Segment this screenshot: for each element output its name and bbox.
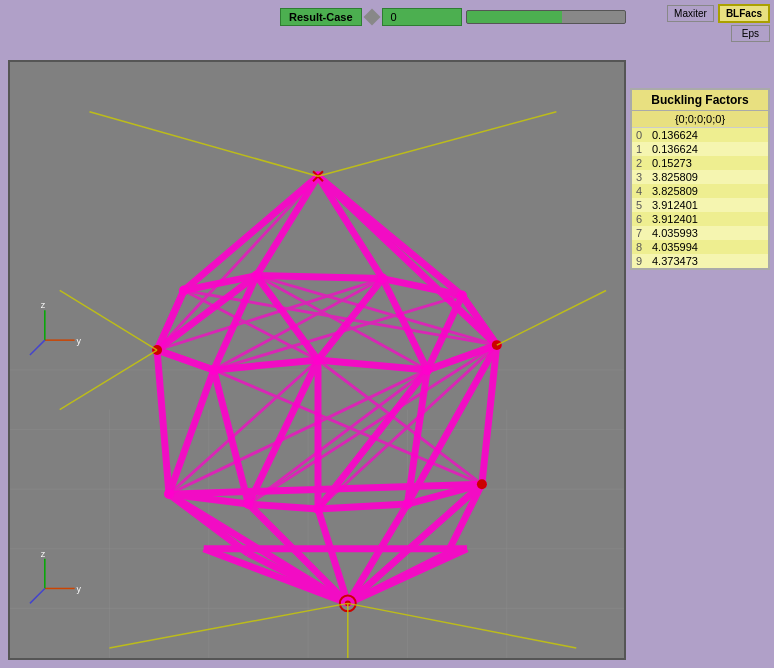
row-index: 9 [636, 255, 652, 267]
row-index: 7 [636, 227, 652, 239]
svg-line-17 [256, 276, 382, 279]
row-index: 4 [636, 185, 652, 197]
right-buttons-panel: Maxiter BLFacs Eps [663, 0, 774, 46]
row-value: 0.136624 [652, 129, 764, 141]
buckling-title: Buckling Factors [632, 90, 768, 111]
eps-button[interactable]: Eps [731, 25, 770, 42]
row-value: 0.136624 [652, 143, 764, 155]
row-index: 3 [636, 171, 652, 183]
svg-point-80 [457, 290, 467, 300]
toolbar: Result-Case 0 [0, 0, 774, 48]
svg-point-87 [243, 499, 253, 509]
top-right-row: Maxiter BLFacs [667, 4, 770, 23]
buckling-rows-container: 00.13662410.13662420.1527333.82580943.82… [632, 128, 768, 268]
row-index: 0 [636, 129, 652, 141]
buckling-row: 53.912401 [632, 198, 768, 212]
svg-text:y: y [77, 584, 82, 594]
row-value: 3.825809 [652, 171, 764, 183]
svg-point-95 [477, 479, 487, 489]
result-case-slider[interactable] [466, 10, 626, 24]
svg-point-77 [179, 286, 189, 296]
svg-line-45 [248, 504, 318, 509]
svg-text:z: z [41, 300, 46, 310]
buckling-row: 43.825809 [632, 184, 768, 198]
result-case-value[interactable]: 0 [382, 8, 462, 26]
row-value: 3.825809 [652, 185, 764, 197]
row-index: 5 [636, 199, 652, 211]
svg-point-84 [313, 355, 323, 365]
row-value: 4.035994 [652, 241, 764, 253]
svg-line-46 [318, 504, 407, 509]
buckling-row: 84.035994 [632, 240, 768, 254]
svg-point-83 [209, 365, 219, 375]
row-value: 4.035993 [652, 227, 764, 239]
buckling-header: {0;0;0;0;0} [632, 111, 768, 128]
buckling-row: 20.15273 [632, 156, 768, 170]
structure-svg: y z y z [10, 62, 624, 658]
row-value: 4.373473 [652, 255, 764, 267]
buckling-row: 10.136624 [632, 142, 768, 156]
row-index: 1 [636, 143, 652, 155]
svg-point-88 [313, 504, 323, 514]
row-value: 0.15273 [652, 157, 764, 169]
maxiter-button[interactable]: Maxiter [667, 5, 714, 22]
row-index: 6 [636, 213, 652, 225]
svg-text:z: z [41, 549, 46, 559]
buckling-row: 33.825809 [632, 170, 768, 184]
result-case-group: Result-Case 0 [280, 8, 626, 26]
svg-point-85 [422, 365, 432, 375]
result-case-label[interactable]: Result-Case [280, 8, 362, 26]
svg-point-86 [164, 489, 174, 499]
row-value: 3.912401 [652, 213, 764, 225]
svg-point-78 [251, 271, 261, 281]
buckling-row: 94.373473 [632, 254, 768, 268]
blfacs-button[interactable]: BLFacs [718, 4, 770, 23]
eps-row: Eps [731, 25, 770, 42]
3d-viewport[interactable]: y z y z [8, 60, 626, 660]
svg-point-89 [402, 499, 412, 509]
svg-point-79 [378, 274, 388, 284]
row-index: 2 [636, 157, 652, 169]
row-index: 8 [636, 241, 652, 253]
diamond-icon [363, 9, 380, 26]
row-value: 3.912401 [652, 199, 764, 211]
buckling-row: 63.912401 [632, 212, 768, 226]
svg-text:y: y [77, 336, 82, 346]
buckling-row: 74.035993 [632, 226, 768, 240]
buckling-row: 00.136624 [632, 128, 768, 142]
buckling-panel: Buckling Factors {0;0;0;0;0} 00.13662410… [630, 88, 770, 270]
